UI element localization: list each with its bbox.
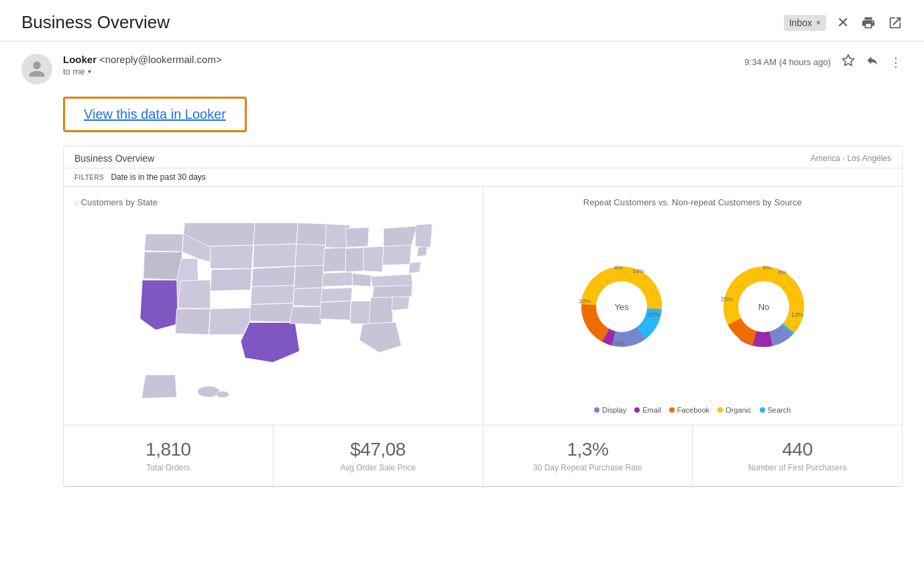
stat-total-orders: 1,810 Total Orders <box>64 425 274 486</box>
svg-marker-34 <box>323 272 353 287</box>
legend-facebook: Facebook <box>669 406 709 414</box>
dash-title: Business Overview <box>74 153 154 164</box>
inbox-close-button[interactable]: × <box>816 18 821 28</box>
svg-marker-43 <box>141 375 177 399</box>
email-body: View this data in Looker Business Overvi… <box>0 97 924 487</box>
svg-text:25%: 25% <box>721 296 733 303</box>
svg-marker-37 <box>346 227 369 248</box>
svg-marker-14 <box>252 266 296 287</box>
popout-icon[interactable] <box>888 15 903 30</box>
print-icon[interactable] <box>861 15 876 30</box>
svg-marker-28 <box>369 297 394 325</box>
dashboard-embed: Business Overview America - Los Angeles … <box>63 146 903 487</box>
svg-marker-3 <box>140 280 180 330</box>
search-dot <box>760 407 765 413</box>
svg-text:4%: 4% <box>614 264 622 271</box>
dash-location: America - Los Angeles <box>811 154 891 163</box>
svg-marker-21 <box>293 288 325 307</box>
svg-text:44%: 44% <box>754 342 766 348</box>
svg-marker-24 <box>323 248 348 272</box>
sender-meta: 9:34 AM (4 hours ago) ⋮ <box>744 54 903 70</box>
email-header: Business Overview Inbox × ✕ <box>0 0 924 33</box>
sender-name: Looker <box>63 54 97 65</box>
svg-marker-25 <box>321 288 353 303</box>
svg-marker-10 <box>175 309 211 334</box>
star-icon[interactable] <box>842 54 855 70</box>
map-panel: ○ Customers by State <box>64 187 483 425</box>
stat-first-purchasers-value: 440 <box>783 439 813 460</box>
no-donut: No 8% 9% 13% 44% 25% <box>703 246 824 367</box>
svg-marker-26 <box>320 301 351 320</box>
email-time: 9:34 AM (4 hours ago) <box>744 57 831 67</box>
stat-avg-order: $47,08 Avg Order Sale Price <box>274 425 483 486</box>
svg-marker-9 <box>178 280 211 309</box>
svg-marker-33 <box>353 273 371 287</box>
svg-marker-13 <box>253 244 296 268</box>
svg-marker-0 <box>843 55 854 66</box>
email-subject: Business Overview <box>21 12 765 33</box>
reply-icon[interactable] <box>866 54 879 70</box>
svg-text:8%: 8% <box>778 269 787 276</box>
sender-avatar <box>21 54 52 85</box>
svg-point-45 <box>216 391 229 398</box>
legend-display: Display <box>594 406 626 414</box>
inbox-badge[interactable]: Inbox × <box>784 15 826 31</box>
svg-marker-12 <box>253 223 298 245</box>
facebook-dot <box>669 407 675 413</box>
stat-repeat-purchase: 1,3% 30 Day Repeat Purchase Rate <box>483 425 693 486</box>
svg-text:13%: 13% <box>791 311 803 318</box>
sender-row: Looker <noreply@lookermail.com> to me ▾ … <box>0 42 924 97</box>
stat-first-purchasers-label: Number of First Purchasers <box>748 463 847 472</box>
svg-marker-20 <box>294 265 325 289</box>
svg-marker-35 <box>346 248 365 272</box>
sender-info: Looker <noreply@lookermail.com> to me ▾ <box>63 54 734 76</box>
charts-row: ○ Customers by State <box>64 187 902 425</box>
us-map <box>74 213 472 414</box>
map-chart-title: ○ Customers by State <box>74 197 158 207</box>
display-dot <box>594 407 599 413</box>
stats-row: 1,810 Total Orders $47,08 Avg Order Sale… <box>64 425 902 486</box>
legend-search: Search <box>760 406 791 414</box>
svg-text:Yes: Yes <box>614 302 629 312</box>
svg-marker-29 <box>359 322 402 352</box>
email-dot <box>634 407 640 413</box>
svg-marker-8 <box>211 268 252 291</box>
filter-value: Date is in the past 30 days <box>111 172 205 182</box>
svg-marker-1 <box>145 234 184 252</box>
svg-marker-19 <box>296 244 326 266</box>
stat-repeat-purchase-label: 30 Day Repeat Purchase Rate <box>533 463 642 472</box>
svg-text:14%: 14% <box>632 268 644 274</box>
stat-total-orders-label: Total Orders <box>146 463 190 472</box>
organic-dot <box>717 407 723 413</box>
filters-label: FILTERS <box>74 174 104 181</box>
svg-text:No: No <box>758 302 769 312</box>
donut-legend: Display Email Facebook Organic <box>594 406 791 414</box>
us-map-svg <box>92 213 454 414</box>
chevron-down-icon: ▾ <box>88 68 91 75</box>
svg-text:35%: 35% <box>612 340 624 347</box>
dash-filters: FILTERS Date is in the past 30 days <box>64 168 902 187</box>
svg-text:30%: 30% <box>579 298 591 305</box>
stat-avg-order-value: $47,08 <box>350 439 406 460</box>
to-me-button[interactable]: to me ▾ <box>63 66 734 76</box>
svg-text:18%: 18% <box>648 311 660 318</box>
svg-text:9%: 9% <box>762 264 771 271</box>
donut-panel: Repeat Customers vs. Non-repeat Customer… <box>483 187 903 425</box>
yes-donut: Yes 14% 4% 18% 35% 30% <box>561 246 682 367</box>
legend-organic: Organic <box>717 406 752 414</box>
more-options-icon[interactable]: ⋮ <box>890 55 903 70</box>
dash-header: Business Overview America - Los Angeles <box>64 146 902 168</box>
svg-marker-36 <box>363 246 384 272</box>
view-in-looker-link[interactable]: View this data in Looker <box>63 97 247 132</box>
svg-marker-40 <box>409 262 421 273</box>
svg-marker-17 <box>241 322 300 362</box>
svg-marker-32 <box>371 274 413 287</box>
svg-marker-2 <box>143 252 182 280</box>
stat-avg-order-label: Avg Order Sale Price <box>340 463 416 472</box>
sender-email: <noreply@lookermail.com> <box>99 54 222 65</box>
collapse-icon[interactable]: ✕ <box>837 14 849 32</box>
svg-marker-41 <box>417 246 427 256</box>
donut-chart-title: Repeat Customers vs. Non-repeat Customer… <box>494 197 892 207</box>
legend-email: Email <box>634 406 661 414</box>
view-link-container: View this data in Looker <box>63 97 903 132</box>
